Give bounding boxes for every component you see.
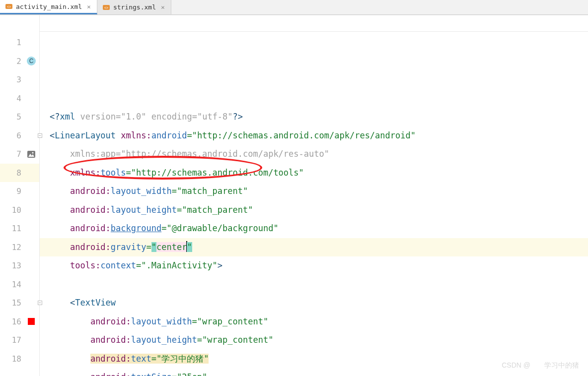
tab-activity-main[interactable]: <> activity_main.xml ×	[0, 0, 97, 14]
svg-text:C: C	[29, 58, 34, 64]
token: xml	[60, 112, 80, 122]
token: "学习中的猪"	[156, 354, 209, 364]
token: xmlns:	[70, 168, 100, 178]
xml-file-icon: <>	[102, 3, 110, 11]
code-line[interactable]: android:layout_width="wrap_content"	[40, 313, 588, 331]
code-line[interactable]: xmlns:tools="http://schemas.android.com/…	[40, 164, 588, 183]
token: =	[192, 112, 197, 122]
code-line[interactable]: xmlns:app="http://schemas.android.com/ap…	[40, 145, 588, 164]
token: app	[100, 149, 116, 159]
token: ?>	[233, 112, 243, 122]
token: "1.0"	[121, 112, 146, 122]
tab-label: activity_main.xml	[16, 3, 82, 10]
token: =	[126, 168, 131, 178]
token: =	[197, 335, 202, 345]
token: "http://schemas.android.com/apk/res/andr…	[192, 130, 416, 140]
token: =	[136, 260, 141, 270]
tab-label: strings.xml	[113, 3, 156, 11]
close-icon[interactable]: ×	[161, 3, 165, 11]
token: android:	[90, 372, 131, 376]
token: <?	[50, 112, 60, 122]
token: =	[147, 242, 151, 252]
line-number: 4	[0, 89, 39, 108]
code-line[interactable]: android:gravity="center"	[40, 238, 588, 257]
line-number: 17	[0, 331, 39, 350]
svg-text:<>: <>	[104, 6, 108, 9]
token: xmlns:	[121, 130, 151, 140]
token: text	[131, 354, 151, 364]
code-line[interactable]: android:layout_height="wrap_content"	[40, 331, 588, 350]
token: encoding	[151, 112, 192, 122]
line-number: 9	[0, 182, 39, 201]
code-area[interactable]: <?xml version="1.0" encoding="utf-8"?>−<…	[40, 15, 588, 376]
token: "utf-8"	[197, 112, 233, 122]
token: "http://schemas.android.com/apk/res-auto…	[121, 149, 329, 159]
line-number: 18	[0, 350, 39, 369]
token: "match_parent"	[182, 205, 253, 215]
xml-file-icon: <>	[5, 2, 13, 10]
code-line[interactable]: android:text="学习中的猪"	[40, 350, 588, 369]
close-icon[interactable]: ×	[87, 3, 91, 10]
svg-point-8	[32, 152, 34, 153]
svg-rect-9	[28, 318, 35, 325]
image-gutter-icon[interactable]	[26, 149, 36, 159]
token: =	[116, 112, 121, 122]
editor-tab-bar: <> activity_main.xml × <> strings.xml ×	[0, 0, 588, 15]
token: layout_width	[111, 186, 172, 196]
token: LinearLayout	[55, 130, 121, 140]
code-line[interactable]	[40, 275, 588, 294]
token: version	[80, 112, 116, 122]
token: =	[192, 316, 197, 326]
color-gutter-icon[interactable]	[26, 316, 36, 326]
token: center	[156, 242, 187, 252]
token: android:	[70, 186, 111, 196]
token: =	[151, 354, 156, 364]
token: android:	[70, 205, 111, 215]
token: TextView	[75, 298, 116, 308]
token: <	[50, 130, 55, 140]
svg-text:<>: <>	[7, 5, 11, 8]
code-line[interactable]: android:background="@drawable/background…	[40, 219, 588, 238]
fold-open-icon[interactable]: −	[38, 126, 44, 145]
token: tools	[100, 168, 126, 178]
code-line[interactable]: tools:context=".MainActivity">	[40, 256, 588, 275]
token: context	[100, 260, 136, 270]
token: =	[172, 372, 177, 376]
line-number: 10	[0, 201, 39, 220]
token: layout_width	[131, 316, 192, 326]
token: "wrap_content"	[202, 335, 273, 345]
class-gutter-icon[interactable]: C	[26, 56, 36, 66]
token: gravity	[111, 242, 147, 252]
token: android:	[90, 354, 131, 364]
token: xmlns:	[70, 149, 100, 159]
token: "match_parent"	[177, 186, 248, 196]
code-line[interactable]: android:textSize="25sp"	[40, 368, 588, 376]
code-line[interactable]: android:layout_width="match_parent"	[40, 182, 588, 201]
token: =	[177, 205, 182, 215]
code-line[interactable]: − <TextView	[40, 294, 588, 313]
line-number: 3	[0, 70, 39, 89]
tab-strings[interactable]: <> strings.xml ×	[97, 0, 171, 14]
code-line[interactable]: −<LinearLayout xmlns:android="http://sch…	[40, 126, 588, 145]
line-number: 8	[0, 164, 39, 183]
token: layout_height	[111, 205, 177, 215]
gutter: 12C3456789101112131415161718	[0, 15, 40, 376]
token: android:	[70, 242, 111, 252]
token: >	[218, 260, 222, 270]
token	[147, 112, 151, 122]
token: "@drawable/background"	[166, 223, 278, 233]
token: layout_height	[131, 335, 197, 345]
token: =	[161, 223, 166, 233]
code-editor[interactable]: 12C3456789101112131415161718 <?xml versi…	[0, 15, 588, 376]
fold-open-icon[interactable]: −	[38, 294, 44, 313]
token: "http://schemas.android.com/tools"	[131, 168, 304, 178]
line-number: 13	[0, 256, 39, 275]
code-line[interactable]: <?xml version="1.0" encoding="utf-8"?>	[40, 108, 588, 126]
line-number: 7	[0, 145, 39, 164]
token: "	[187, 242, 192, 252]
token: tools:	[70, 260, 100, 270]
line-number: 1	[0, 33, 39, 52]
line-number: 16	[0, 313, 39, 331]
token: =	[172, 186, 177, 196]
code-line[interactable]: android:layout_height="match_parent"	[40, 201, 588, 220]
